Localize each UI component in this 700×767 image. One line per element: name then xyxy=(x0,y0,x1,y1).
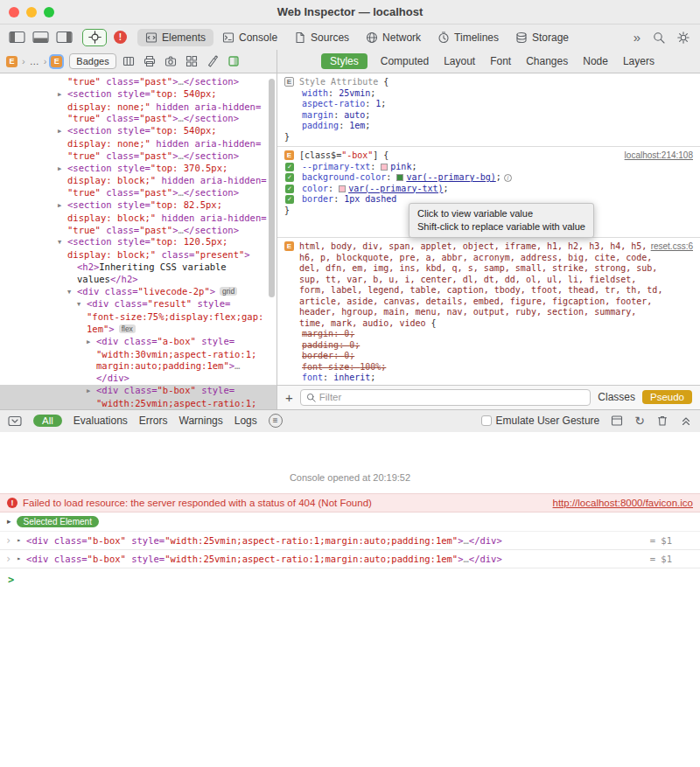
color-swatch[interactable] xyxy=(339,185,346,192)
css-rule[interactable]: EStyle Attribute {width: 25vmin;aspect-r… xyxy=(277,73,700,147)
disclosure-triangle-icon[interactable]: ▸ xyxy=(17,536,21,544)
css-property-line[interactable]: font: inherit; xyxy=(277,373,693,384)
console-frame-icon[interactable] xyxy=(611,415,623,427)
dom-tree-line[interactable]: "true" class="past">…</section> xyxy=(0,225,276,237)
dom-tree-line[interactable]: "width:30vmin;aspect-ratio:1; xyxy=(0,349,276,361)
disclosure-triangle-icon[interactable]: ▶ xyxy=(58,126,67,138)
dom-tree-line[interactable]: ▼<section style="top: 120.5px; xyxy=(0,236,276,249)
breadcrumb-selected-element-badge[interactable]: E xyxy=(51,56,62,67)
breadcrumb-element-badge[interactable]: E xyxy=(6,56,18,67)
dom-tree-line[interactable]: display: block;" hidden aria-hidden= xyxy=(0,213,276,225)
classes-button[interactable]: Classes xyxy=(598,391,635,403)
css-variable-link[interactable]: var(--primary-txt) xyxy=(348,184,443,193)
tab-network[interactable]: Network xyxy=(358,29,429,46)
color-swatch[interactable] xyxy=(396,174,403,181)
sidebar-tab-font[interactable]: Font xyxy=(488,53,513,69)
console-filter-evaluations-button[interactable]: Evaluations xyxy=(74,415,128,427)
selected-element-row[interactable]: ▸ Selected Element xyxy=(0,512,700,532)
css-rule[interactable]: Ehtml, body, div, span, applet, object, … xyxy=(277,238,700,385)
css-variable-link[interactable]: var(--primary-bg) xyxy=(406,172,495,182)
dom-tree-line[interactable]: "true" class="past">…</section> xyxy=(0,113,276,125)
dom-tree-line[interactable]: </div> xyxy=(0,373,276,385)
search-icon[interactable] xyxy=(653,31,665,44)
sidebar-tab-changes[interactable]: Changes xyxy=(524,53,570,69)
dom-panel-scrollbar[interactable] xyxy=(269,77,276,406)
console-error-row[interactable]: ! Failed to load resource: the server re… xyxy=(0,493,700,512)
sidebar-tab-styles[interactable]: Styles xyxy=(321,53,368,69)
badges-button[interactable]: Badges xyxy=(69,53,116,69)
paint-brush-icon[interactable] xyxy=(205,53,221,69)
console-prompt[interactable]: > xyxy=(0,568,700,591)
css-property-line[interactable]: ✓color: var(--primary-txt); xyxy=(277,184,693,195)
disclosure-triangle-icon[interactable]: ▼ xyxy=(77,299,87,311)
disclosure-triangle-icon[interactable]: ▶ xyxy=(58,164,67,176)
console-scope-icon[interactable]: ≡ xyxy=(269,414,283,428)
dom-tree-line[interactable]: values</h2> xyxy=(0,274,276,286)
zoom-window-button[interactable] xyxy=(44,7,54,17)
scrollbar-thumb[interactable] xyxy=(269,79,275,297)
issues-badge[interactable]: ! xyxy=(114,31,127,44)
dom-tree-line[interactable]: ▶<section style="top: 540px; xyxy=(0,125,276,138)
console-result-row[interactable]: ›▸<div class="b-box" style="width:25vmin… xyxy=(0,532,700,550)
dom-tree-line[interactable]: "width:25vmin;aspect-ratio:1; xyxy=(0,398,276,409)
css-property-line[interactable]: padding: 0; xyxy=(277,340,693,352)
styles-filter-input[interactable] xyxy=(319,392,585,402)
tab-elements[interactable]: Elements xyxy=(137,29,214,46)
dom-tree-line[interactable]: display: none;" hidden aria-hidden= xyxy=(0,101,276,114)
color-swatch[interactable] xyxy=(381,164,388,171)
breadcrumb-ellipsis[interactable]: … xyxy=(30,56,39,66)
pseudo-button[interactable]: Pseudo xyxy=(642,390,692,404)
disclosure-triangle-icon[interactable]: ▸ xyxy=(17,554,21,562)
dom-tree-line[interactable]: ▶<section style="top: 370.5px; xyxy=(0,163,276,176)
tab-console[interactable]: Console xyxy=(214,29,285,46)
disclosure-triangle-icon[interactable]: ▼ xyxy=(67,287,77,299)
css-property-line[interactable]: ✓background-color: var(--primary-bg);i xyxy=(277,172,693,184)
dom-tree-line[interactable]: display: none;" hidden aria-hidden= xyxy=(0,138,276,150)
minimize-window-button[interactable] xyxy=(26,7,37,17)
close-window-button[interactable] xyxy=(9,7,19,17)
dom-tree-line[interactable]: ▶<section style="top: 82.5px; xyxy=(0,199,276,213)
dock-right-icon[interactable] xyxy=(54,29,74,46)
console-filter-all-button[interactable]: All xyxy=(33,415,62,427)
collapse-console-icon[interactable] xyxy=(680,415,692,427)
css-property-line[interactable]: font-size: 100%; xyxy=(277,362,693,373)
css-property-line[interactable]: margin: 0; xyxy=(277,329,693,340)
tab-timelines[interactable]: Timelines xyxy=(430,29,507,46)
styles-filter-field[interactable] xyxy=(300,389,592,406)
clear-network-icon[interactable]: ↻ xyxy=(634,415,645,427)
css-property-line[interactable]: padding: 1em; xyxy=(277,121,693,132)
disclosure-triangle-icon[interactable]: ▶ xyxy=(58,89,67,101)
dom-tree-line[interactable]: margin:auto;padding:1em">… xyxy=(0,360,276,373)
sidebar-tab-layers[interactable]: Layers xyxy=(621,53,656,69)
dom-tree-line[interactable]: "true" class="past">…</section> xyxy=(0,150,276,163)
stylesheet-source-link[interactable]: reset.css:6 xyxy=(651,241,693,251)
dock-left-icon[interactable] xyxy=(7,29,26,46)
css-property-line[interactable]: margin: auto; xyxy=(277,110,693,122)
stylesheet-source-link[interactable]: localhost:214:108 xyxy=(625,150,693,160)
columns-icon[interactable] xyxy=(121,53,137,69)
dom-tree-line[interactable]: 1em">flex xyxy=(0,324,276,336)
dock-bottom-icon[interactable] xyxy=(31,29,50,46)
css-property-line[interactable]: border: 0; xyxy=(277,351,693,362)
console-filter-logs-button[interactable]: Logs xyxy=(234,415,257,427)
dom-tree-line[interactable]: ▶<div class="a-box" style= xyxy=(0,336,276,349)
dom-tree-line[interactable]: ▼<div class="livecode-2p">grid xyxy=(0,286,276,299)
dom-tree-line[interactable]: ▶<section style="top: 540px; xyxy=(0,88,276,101)
console-filter-errors-button[interactable]: Errors xyxy=(139,415,168,427)
dom-tree-line[interactable]: <h2>Inheriting CSS variable xyxy=(0,261,276,274)
sidebar-tab-computed[interactable]: Computed xyxy=(379,53,430,69)
inspect-element-button[interactable] xyxy=(82,29,107,46)
css-property-line[interactable]: aspect-ratio: 1; xyxy=(277,99,693,110)
property-checkbox[interactable]: ✓ xyxy=(285,163,294,171)
dom-tree-line[interactable]: display: block;" class="present"> xyxy=(0,249,276,261)
settings-gear-icon[interactable] xyxy=(677,31,690,44)
tab-sources[interactable]: Sources xyxy=(286,29,357,46)
css-rule[interactable]: E[class$="-box"] {localhost:214:108✓--pr… xyxy=(277,147,700,238)
emulate-user-gesture-control[interactable]: Emulate User Gesture xyxy=(481,415,600,427)
disclosure-triangle-icon[interactable]: ▶ xyxy=(58,200,67,213)
sidebar-tab-node[interactable]: Node xyxy=(581,53,610,69)
more-tabs-icon[interactable]: » xyxy=(634,31,640,44)
disclosure-triangle-icon[interactable]: ▸ xyxy=(7,517,11,526)
console-result-row[interactable]: ›▸<div class="b-box" style="width:25vmin… xyxy=(0,550,700,568)
css-property-line[interactable]: width: 25vmin; xyxy=(277,88,693,100)
